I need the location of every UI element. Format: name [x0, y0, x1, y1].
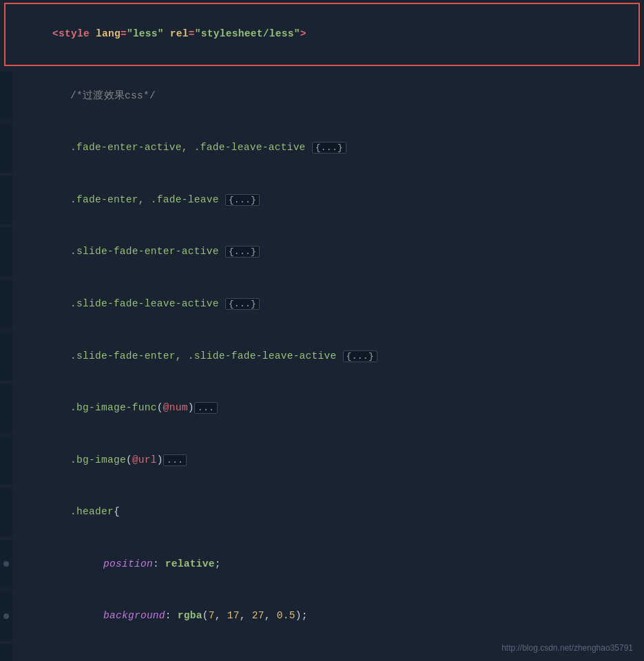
- line-content: .slide-fade-enter-active {...}: [18, 227, 644, 277]
- tag-name: style: [59, 28, 90, 39]
- line-content: .fade-enter-active, .fade-leave-active {…: [18, 123, 644, 173]
- line-slide-fade-leave-active: .slide-fade-leave-active {...}: [0, 278, 644, 330]
- line-slide-fade-enter-leave: .slide-fade-enter, .slide-fade-leave-act…: [0, 330, 644, 382]
- style-tag: <style lang="less" rel="stylesheet/less"…: [12, 10, 638, 59]
- line-slide-fade-enter-active: .slide-fade-enter-active {...}: [0, 226, 644, 278]
- gutter: [0, 331, 12, 381]
- gutter: [0, 72, 12, 121]
- param-num: @num: [163, 402, 188, 413]
- paren-open: (: [126, 454, 132, 465]
- value-rgba-fn: rgba: [178, 610, 202, 621]
- selector-dot-bg-func: .: [70, 402, 76, 413]
- selector-bg-func-name: bg-image-func: [76, 402, 157, 413]
- collapsed-block: {...}: [225, 246, 260, 258]
- paren-open: (: [202, 610, 209, 621]
- comma: ,: [264, 610, 277, 621]
- comment-zh: 过渡效果css: [83, 90, 143, 101]
- line-content: .bg-image(@url)...: [18, 436, 644, 485]
- comment-text: /*过渡效果css*/: [18, 72, 644, 121]
- line-content: .fade-enter, .fade-leave {...}: [18, 176, 644, 225]
- paren-open: (: [157, 402, 163, 413]
- val-b: 27: [252, 610, 264, 621]
- attr-rel-val: "stylesheet/less": [195, 28, 300, 39]
- gutter: [0, 436, 12, 485]
- gutter: [0, 487, 12, 537]
- colon: :: [153, 558, 165, 569]
- line-position: position: relative;: [0, 538, 644, 591]
- comma: ,: [215, 610, 227, 621]
- selector-fade-enter-active: .fade-enter-active, .fade-leave-active: [70, 142, 306, 153]
- selector-slide-fade-both: .slide-fade-enter, .slide-fade-leave-act…: [70, 350, 337, 361]
- code-lines: /*过渡效果css*/ .fade-enter-active, .fade-le…: [0, 66, 644, 661]
- collapsed-block: {...}: [312, 142, 346, 154]
- selector-dot-bg: .: [70, 454, 76, 465]
- selector-header: .header: [70, 506, 114, 517]
- prop-position: position: [103, 558, 153, 569]
- gutter: [0, 644, 12, 661]
- line-content: position: relative;: [18, 540, 644, 589]
- collapsed-mixin: ...: [194, 402, 218, 414]
- paren-close: ): [188, 402, 194, 413]
- attr-lang-val: "less": [127, 28, 164, 39]
- collapsed-block: {...}: [343, 350, 377, 362]
- collapsed-block: {...}: [225, 298, 260, 310]
- tag-line: <style lang="less" rel="stylesheet/less"…: [4, 3, 640, 66]
- brace-open: {: [114, 506, 120, 517]
- line-content: .slide-fade-enter, .slide-fade-leave-act…: [18, 331, 644, 381]
- val-r: 7: [209, 610, 215, 621]
- line-fade-enter: .fade-enter, .fade-leave {...}: [0, 174, 644, 227]
- gutter: [0, 280, 12, 329]
- value-relative: relative: [165, 558, 215, 569]
- tag-close-bracket: >: [300, 28, 307, 39]
- val-a: 0.5: [277, 610, 295, 621]
- tag-open: <: [52, 28, 59, 39]
- line-content: .slide-fade-leave-active {...}: [18, 280, 644, 329]
- attr-lang-name: lang: [96, 28, 121, 39]
- param-url: @url: [132, 454, 157, 465]
- line-bg-image-func: .bg-image-func(@num)...: [0, 382, 644, 434]
- paren-close: ): [295, 610, 302, 621]
- gutter: [0, 176, 12, 225]
- semicolon: ;: [215, 558, 221, 569]
- watermark: http://blog.csdn.net/zhenghao35791: [501, 643, 633, 653]
- eq1: =: [121, 28, 127, 39]
- selector-slide-fade-enter: .slide-fade-enter-active: [70, 246, 219, 257]
- editor-container: <style lang="less" rel="stylesheet/less"…: [0, 3, 644, 661]
- line-fade-enter-active: .fade-enter-active, .fade-leave-active {…: [0, 122, 644, 174]
- line-bg-image: .bg-image(@url)...: [0, 434, 644, 487]
- gutter: [0, 384, 12, 433]
- prop-background: background: [103, 610, 165, 621]
- paren-close: ): [157, 454, 163, 465]
- line-header-open: .header{: [0, 486, 644, 538]
- selector-slide-fade-leave: .slide-fade-leave-active: [70, 298, 219, 309]
- comma: ,: [240, 610, 252, 621]
- selector-fade-enter: .fade-enter, .fade-leave: [70, 194, 219, 205]
- colon: :: [165, 610, 178, 621]
- line-content: .bg-image-func(@num)...: [18, 384, 644, 433]
- val-g: 17: [227, 610, 240, 621]
- eq2: =: [189, 28, 195, 39]
- collapsed-block: {...}: [225, 194, 260, 206]
- comment-end: */: [143, 90, 156, 101]
- gutter: [0, 123, 12, 173]
- gutter: [0, 591, 12, 641]
- line-background: background: rgba(7, 17, 27, 0.5);: [0, 590, 644, 642]
- line-content: .header{: [18, 487, 644, 537]
- attr-rel-name: rel: [170, 28, 189, 39]
- gutter: [0, 227, 12, 277]
- gutter-indicator: [3, 561, 9, 567]
- line-comment: /*过渡效果css*/: [0, 70, 644, 123]
- collapsed-mixin: ...: [163, 454, 187, 466]
- comment: /*: [70, 90, 83, 101]
- gutter: [0, 540, 12, 589]
- gutter-indicator: [3, 613, 9, 619]
- selector-bg-name: bg-image: [76, 454, 126, 465]
- semicolon: ;: [302, 610, 308, 621]
- line-content: background: rgba(7, 17, 27, 0.5);: [18, 591, 644, 641]
